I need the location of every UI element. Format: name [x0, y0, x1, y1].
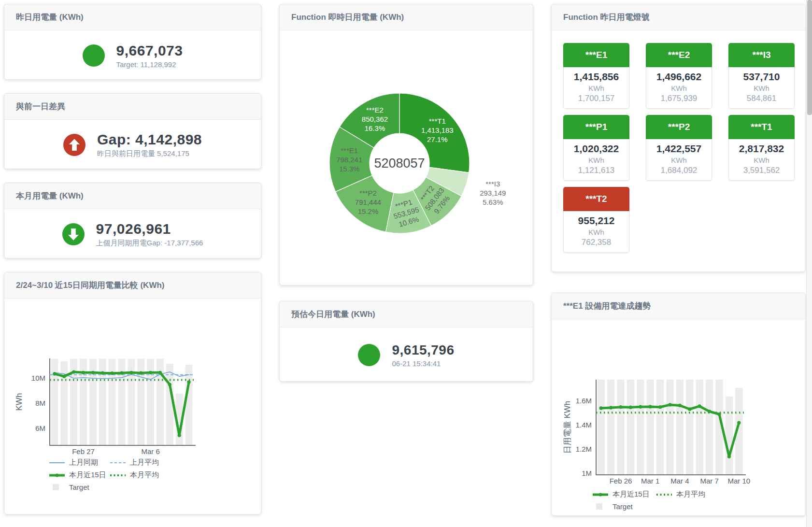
- target-bar: [185, 365, 193, 445]
- legend-label: Target: [613, 502, 633, 511]
- y-tick-label: 1M: [582, 469, 592, 477]
- legend-symbol-thick: [49, 472, 65, 479]
- card-title: Function 即時日用電量 (KWh): [291, 12, 521, 23]
- status-tile-subvalue: 1,700,157: [565, 94, 628, 103]
- day-gap-subtitle: 昨日與前日用電量 5,524,175: [97, 149, 202, 158]
- card-estimate-today: 預估今日用電量 (KWh) 9,615,796 06-21 15:34:41: [279, 301, 533, 382]
- legend-label: 上月同期: [69, 458, 98, 467]
- legend-symbol-thick: [592, 491, 609, 498]
- realtime-donut-chart[interactable]: ***T11,413,18327.1%***I3293,1495.63%***T…: [280, 30, 533, 285]
- target-bar: [666, 380, 673, 475]
- legend-item-thick[interactable]: 本月近15日: [592, 490, 656, 499]
- legend-item-dotted[interactable]: 本月平均: [110, 470, 171, 480]
- card-title: 與前一日差異: [16, 101, 249, 112]
- series-point: [129, 371, 133, 374]
- x-tick-label: Mar 7: [700, 477, 718, 485]
- column-left: 昨日用電量 (KWh) 9,667,073 Target: 11,128,992…: [4, 4, 261, 516]
- status-tile-unit: KWh: [565, 228, 628, 236]
- legend-label: Target: [69, 483, 89, 491]
- x-tick-label: Feb 27: [72, 447, 95, 456]
- card-compare-chart: 2/24~3/10 近15日同期用電量比較 (KWh) 6M8M10MFeb 2…: [4, 272, 261, 514]
- card-yesterday-body: 9,667,073 Target: 11,128,992: [4, 30, 261, 80]
- status-tile: ***P2 1,422,557 KWh 1,684,092: [646, 115, 712, 181]
- series-point: [178, 434, 181, 437]
- card-estimate-body: 9,615,796 06-21 15:34:41: [280, 328, 533, 382]
- series-point: [187, 380, 190, 384]
- status-tile-unit: KWh: [565, 84, 628, 92]
- legend-symbol-dashed: [110, 459, 126, 466]
- legend-item-square[interactable]: Target: [592, 502, 656, 511]
- scrollbar-track[interactable]: [806, 0, 812, 527]
- column-middle: Function 即時日用電量 (KWh) ***T11,413,18327.1…: [279, 4, 533, 516]
- target-bar: [726, 397, 733, 475]
- legend-item-thick[interactable]: 本月近15日: [49, 470, 110, 480]
- status-tile-unit: KWh: [565, 156, 628, 164]
- trend-chart-wrap: 1M1.2M1.4M1.6MFeb 26Mar 1Mar 4Mar 7Mar 1…: [552, 319, 805, 511]
- y-tick-label: 1.6M: [576, 397, 592, 405]
- card-title: 2/24~3/10 近15日同期用電量比較 (KWh): [16, 280, 249, 291]
- trend-legend: 本月近15日本月平均Target: [592, 490, 805, 511]
- x-tick-label: Mar 10: [727, 477, 750, 485]
- series-point: [649, 405, 652, 408]
- trend-chart[interactable]: 1M1.2M1.4M1.6MFeb 26Mar 1Mar 4Mar 7Mar 1…: [552, 321, 805, 490]
- legend-label: 本月平均: [130, 470, 159, 480]
- status-tile-value: 537,710: [730, 71, 793, 83]
- compare-chart[interactable]: 6M8M10MFeb 27Mar 6KWh: [4, 300, 261, 458]
- card-status-lights: Function 昨日用電燈號 ***E1 1,415,856 KWh 1,70…: [551, 4, 806, 272]
- target-bar: [647, 380, 654, 475]
- series-point: [668, 403, 671, 406]
- status-tile-value: 2,817,832: [730, 143, 793, 155]
- x-tick-label: Mar 6: [141, 447, 159, 456]
- legend-symbol-dotted: [656, 491, 672, 498]
- status-tile: ***E2 1,496,662 KWh 1,675,939: [646, 43, 712, 109]
- series-point: [120, 371, 123, 375]
- series-point: [629, 406, 632, 409]
- donut-label: ***I3293,1495.63%: [480, 180, 506, 206]
- status-tile: ***T2 955,212 KWh 762,358: [563, 187, 629, 253]
- legend-row: 本月近15日本月平均: [592, 490, 805, 499]
- legend-item-line[interactable]: 上月同期: [49, 458, 110, 467]
- card-title: 預估今日用電量 (KWh): [291, 309, 521, 320]
- donut-center-total: 5208057: [374, 156, 425, 171]
- down-arrow-circle-icon: [62, 223, 85, 245]
- card-yesterday-usage: 昨日用電量 (KWh) 9,667,073 Target: 11,128,992: [4, 4, 261, 80]
- status-tile-subvalue: 1,675,939: [647, 94, 711, 103]
- day-gap-value: Gap: 4,142,898: [97, 131, 202, 148]
- stat-text: 9,667,073 Target: 11,128,992: [116, 43, 183, 69]
- x-tick-label: Feb 26: [610, 477, 632, 485]
- scrollbar-thumb[interactable]: [807, 0, 812, 115]
- x-tick-label: Mar 1: [641, 477, 659, 485]
- status-tile-subvalue: 584,861: [730, 94, 793, 103]
- card-day-gap-body: Gap: 4,142,898 昨日與前日用電量 5,524,175: [4, 120, 261, 169]
- legend-item-dashed[interactable]: 上月平均: [110, 458, 171, 467]
- status-tile-unit: KWh: [730, 84, 793, 92]
- series-point: [737, 421, 741, 424]
- card-month-header: 本月用電量 (KWh): [4, 183, 261, 209]
- legend-symbol-square: [49, 484, 65, 491]
- series-point: [688, 407, 691, 411]
- series-point: [619, 405, 622, 409]
- legend-symbol-square: [592, 503, 609, 510]
- legend-row: Target: [592, 502, 805, 511]
- y-tick-label: 1.2M: [576, 445, 592, 453]
- compare-svg: 6M8M10MFeb 27Mar 6KWh: [4, 300, 261, 456]
- legend-item-dotted[interactable]: 本月平均: [656, 490, 720, 499]
- status-tile-label: ***E2: [646, 43, 712, 67]
- legend-item-square[interactable]: Target: [49, 483, 110, 491]
- legend-row: 上月同期上月平均: [49, 458, 261, 467]
- card-trend-header: ***E1 設備用電達成趨勢: [552, 293, 805, 319]
- status-tile-label: ***P1: [563, 115, 629, 139]
- status-tile-value: 1,020,322: [565, 143, 628, 155]
- y-axis-label: KWh: [14, 393, 24, 411]
- series-point: [698, 404, 701, 408]
- dashboard: 昨日用電量 (KWh) 9,667,073 Target: 11,128,992…: [0, 0, 812, 516]
- card-day-gap: 與前一日差異 Gap: 4,142,898 昨日與前日用電量 5,524,175: [4, 93, 261, 169]
- card-title: 本月用電量 (KWh): [16, 190, 249, 201]
- series-point: [168, 383, 171, 386]
- status-tile-value: 955,212: [565, 215, 628, 227]
- target-bar: [696, 380, 703, 475]
- compare-chart-wrap: 6M8M10MFeb 27Mar 6KWh 上月同期上月平均本月近15日本月平均…: [4, 299, 261, 491]
- legend-label: 上月平均: [130, 458, 159, 467]
- month-usage-gap: 上個月同期用電Gap: -17,377,566: [96, 239, 203, 248]
- series-point: [658, 405, 662, 409]
